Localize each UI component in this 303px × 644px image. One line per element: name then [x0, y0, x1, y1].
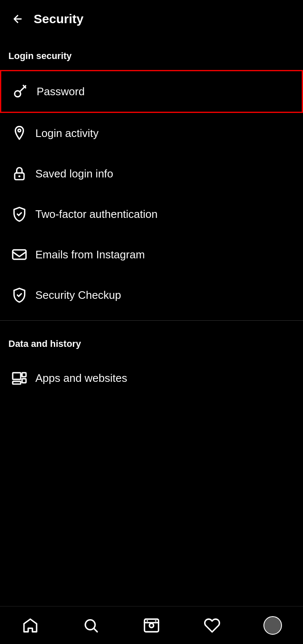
emails-item[interactable]: Emails from Instagram: [0, 234, 303, 275]
svg-point-13: [155, 620, 156, 621]
mail-icon: [8, 244, 30, 266]
emails-label: Emails from Instagram: [35, 248, 145, 261]
password-item[interactable]: Password: [0, 70, 303, 113]
login-activity-item[interactable]: Login activity: [0, 113, 303, 153]
apps-websites-label: Apps and websites: [35, 372, 127, 385]
reels-icon: [143, 617, 160, 634]
apps-icon: [8, 367, 30, 389]
svg-rect-4: [13, 250, 26, 259]
svg-point-1: [18, 129, 21, 132]
apps-websites-item[interactable]: Apps and websites: [0, 358, 303, 398]
bottom-navigation: [0, 606, 303, 644]
login-activity-label: Login activity: [35, 127, 98, 140]
header: Security: [0, 0, 303, 38]
svg-point-3: [19, 175, 21, 177]
nav-reels[interactable]: [121, 606, 182, 644]
svg-rect-6: [22, 373, 26, 377]
svg-rect-7: [22, 379, 26, 383]
svg-rect-5: [13, 373, 21, 379]
nav-home[interactable]: [0, 606, 61, 644]
shield-tick-icon: [8, 284, 30, 306]
section-divider: [0, 320, 303, 321]
back-button[interactable]: [8, 10, 27, 28]
security-checkup-item[interactable]: Security Checkup: [0, 275, 303, 315]
saved-login-label: Saved login info: [35, 167, 113, 180]
nav-search[interactable]: [61, 606, 121, 644]
two-factor-item[interactable]: Two-factor authentication: [0, 194, 303, 234]
svg-rect-10: [144, 619, 158, 632]
shield-check-icon: [8, 203, 30, 225]
search-icon: [82, 617, 99, 634]
svg-rect-8: [13, 381, 21, 384]
svg-point-12: [146, 620, 148, 621]
password-label: Password: [37, 85, 85, 98]
data-history-label: Data and history: [0, 326, 303, 358]
page-title: Security: [34, 12, 83, 26]
svg-point-9: [85, 620, 95, 629]
nav-activity[interactable]: [182, 606, 242, 644]
two-factor-label: Two-factor authentication: [35, 208, 158, 221]
security-checkup-label: Security Checkup: [35, 289, 121, 302]
nav-profile[interactable]: [242, 606, 303, 644]
heart-icon: [204, 617, 221, 634]
lock-icon: [8, 163, 30, 185]
key-icon: [10, 80, 32, 102]
home-icon: [22, 617, 39, 634]
location-icon: [8, 122, 30, 144]
profile-avatar: [263, 616, 282, 635]
saved-login-item[interactable]: Saved login info: [0, 153, 303, 194]
content: Login security Password Login activity: [0, 38, 303, 440]
login-security-label: Login security: [0, 38, 303, 70]
svg-point-11: [149, 623, 154, 628]
